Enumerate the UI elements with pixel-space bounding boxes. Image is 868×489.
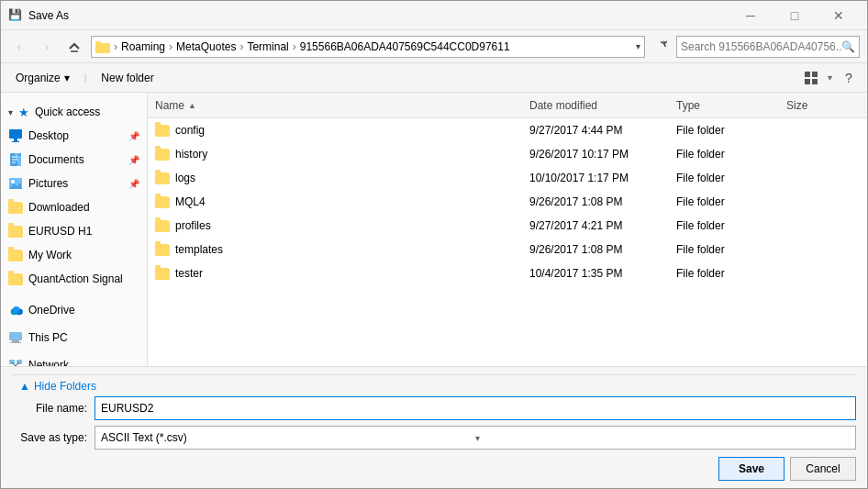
svg-rect-1 [95, 43, 110, 53]
sidebar-item-thispc[interactable]: This PC [1, 326, 147, 350]
table-row[interactable]: config 9/27/2017 4:44 PM File folder [148, 118, 867, 142]
file-type: File folder [676, 148, 786, 161]
col-header-size[interactable]: Size [786, 99, 860, 112]
organize-button[interactable]: Organize ▾ [8, 67, 77, 89]
table-row[interactable]: tester 10/4/2017 1:35 PM File folder [148, 261, 867, 285]
table-row[interactable]: history 9/26/2017 10:17 PM File folder [148, 142, 867, 166]
file-name-cell: tester [155, 267, 529, 280]
breadcrumb-sep-0: › [114, 40, 117, 53]
up-button[interactable] [63, 36, 85, 58]
bottom-bar: ▲ Hide Folders File name: Save as type: … [1, 366, 867, 488]
minimize-button[interactable]: ─ [729, 2, 772, 29]
maximize-button[interactable]: □ [773, 2, 816, 29]
file-name: templates [175, 243, 223, 256]
eurusd-folder-icon [8, 224, 23, 239]
sidebar-item-downloaded-label: Downloaded [28, 201, 90, 214]
folder-icon [155, 125, 170, 137]
breadcrumb-terminal[interactable]: Terminal [247, 40, 288, 53]
hide-folders-bar[interactable]: ▲ Hide Folders [12, 374, 856, 396]
onedrive-icon [8, 303, 23, 317]
desktop-icon [8, 128, 23, 143]
table-row[interactable]: templates 9/26/2017 1:08 PM File folder [148, 238, 867, 261]
svg-rect-24 [9, 360, 15, 364]
table-row[interactable]: profiles 9/27/2017 4:21 PM File folder [148, 214, 867, 238]
file-type: File folder [676, 267, 786, 280]
view-dropdown-arrow[interactable]: ▾ [828, 72, 832, 83]
pictures-icon [8, 176, 23, 191]
table-row[interactable]: logs 10/10/2017 1:17 PM File folder [148, 166, 867, 190]
sidebar-item-pictures[interactable]: Pictures 📌 [1, 172, 147, 195]
sidebar-onedrive-label: OneDrive [28, 304, 75, 317]
close-button[interactable]: ✕ [818, 2, 860, 29]
sidebar-item-pictures-label: Pictures [28, 177, 68, 190]
sidebar-item-onedrive[interactable]: OneDrive [1, 298, 147, 322]
breadcrumb-hash[interactable]: 915566BA06ADA407569C544CC0D97611 [300, 40, 510, 53]
sidebar-item-network[interactable]: Network [1, 353, 147, 366]
savetype-value: ASCII Text (*.csv) [101, 431, 475, 444]
filename-row: File name: [12, 396, 856, 420]
form-buttons: Save Cancel [12, 457, 856, 481]
pin-icon-documents: 📌 [128, 155, 139, 165]
address-bar[interactable]: › Roaming › MetaQuotes › Terminal › 9155… [91, 36, 645, 58]
save-button[interactable]: Save [718, 457, 785, 481]
quick-access-star-icon: ★ [18, 106, 29, 119]
quick-access-header[interactable]: ▾ ★ Quick access [1, 100, 147, 124]
savetype-row: Save as type: ASCII Text (*.csv) ▾ [12, 426, 856, 450]
help-button[interactable]: ? [838, 67, 860, 89]
breadcrumb-sep-3: › [293, 40, 296, 53]
breadcrumb-sep-1: › [169, 40, 172, 53]
file-name-cell: MQL4 [155, 195, 529, 208]
refresh-button[interactable] [651, 37, 671, 57]
network-icon [8, 358, 23, 366]
dialog-icon: 💾 [8, 8, 23, 23]
svg-rect-22 [12, 340, 19, 342]
table-row[interactable]: MQL4 9/26/2017 1:08 PM File folder [148, 190, 867, 214]
filename-input[interactable] [95, 396, 856, 420]
file-name: tester [175, 267, 203, 280]
search-input[interactable] [681, 40, 841, 53]
breadcrumb-roaming[interactable]: Roaming [121, 40, 165, 53]
action-separator: | [84, 72, 87, 83]
sidebar-item-documents-label: Documents [28, 153, 84, 166]
view-button[interactable] [800, 67, 822, 89]
breadcrumb-sep-2: › [239, 40, 243, 53]
window-controls: ─ □ ✕ [729, 2, 860, 29]
address-dropdown-arrow[interactable]: ▾ [636, 41, 640, 51]
back-button[interactable]: ‹ [8, 36, 30, 58]
file-modified: 9/26/2017 1:08 PM [529, 243, 676, 256]
file-name: history [175, 148, 207, 161]
mywork-folder-icon [8, 248, 23, 262]
svg-point-20 [13, 306, 19, 312]
file-name-cell: history [155, 148, 529, 161]
file-pane: Name ▲ Date modified Type Size config 9/… [148, 93, 867, 366]
sidebar-item-desktop[interactable]: Desktop 📌 [1, 124, 147, 148]
cancel-button[interactable]: Cancel [790, 457, 856, 481]
search-icon: 🔍 [841, 40, 855, 53]
col-header-type[interactable]: Type [676, 99, 786, 112]
col-header-name[interactable]: Name ▲ [155, 99, 529, 112]
quick-access-chevron: ▾ [8, 107, 13, 117]
svg-rect-2 [95, 41, 101, 44]
svg-rect-8 [14, 139, 17, 141]
file-type: File folder [676, 243, 786, 256]
sidebar-item-downloaded[interactable]: Downloaded [1, 195, 147, 219]
new-folder-button[interactable]: New folder [94, 67, 161, 89]
svg-rect-23 [10, 342, 21, 343]
file-name: profiles [175, 219, 211, 232]
sidebar-item-eurusd[interactable]: EURUSD H1 [1, 219, 147, 243]
new-folder-label: New folder [101, 72, 153, 84]
col-header-modified[interactable]: Date modified [529, 99, 676, 112]
sidebar-thispc-label: This PC [28, 331, 68, 344]
folder-icon [155, 268, 170, 280]
sort-arrow-icon: ▲ [188, 101, 196, 110]
title-bar: 💾 Save As ─ □ ✕ [1, 1, 867, 30]
file-modified: 10/10/2017 1:17 PM [529, 172, 676, 184]
file-type: File folder [676, 124, 786, 137]
sidebar-item-quantaction[interactable]: QuantAction Signal [1, 267, 147, 291]
forward-button[interactable]: › [36, 36, 58, 58]
savetype-select[interactable]: ASCII Text (*.csv) ▾ [95, 426, 856, 450]
sidebar-item-mywork[interactable]: My Work [1, 243, 147, 267]
filename-label: File name: [12, 402, 95, 415]
breadcrumb-metaquotes[interactable]: MetaQuotes [176, 40, 236, 53]
sidebar-item-documents[interactable]: Documents 📌 [1, 148, 147, 172]
